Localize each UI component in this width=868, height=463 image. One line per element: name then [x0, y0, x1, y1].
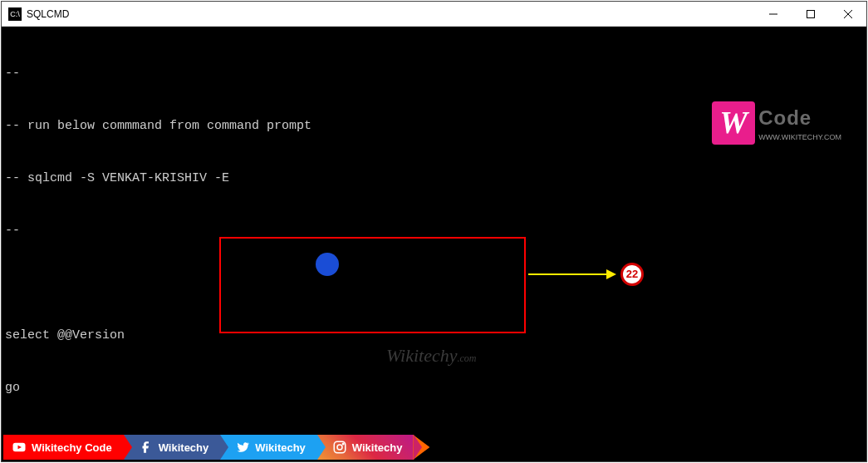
minimize-button[interactable] — [754, 2, 792, 26]
logo-text: Code WWW.WIKITECHY.COM — [758, 104, 841, 142]
titlebar-left: C:\ SQLCMD — [2, 7, 69, 21]
svg-rect-1 — [807, 10, 814, 17]
terminal-line: -- — [5, 65, 863, 82]
arrow-head-icon — [606, 269, 616, 279]
twitter-icon — [235, 440, 250, 455]
social-twitter[interactable]: Wikitechy — [220, 435, 317, 460]
badge-number: 22 — [626, 267, 638, 282]
close-button[interactable] — [829, 2, 866, 26]
watermark: Wikitechy.com — [359, 318, 477, 394]
logo-letter: W — [719, 101, 748, 145]
terminal-line — [5, 274, 863, 292]
social-tw-label: Wikitechy — [255, 441, 306, 454]
app-icon: C:\ — [8, 7, 22, 21]
social-instagram[interactable]: Wikitechy — [317, 435, 414, 460]
social-bar: Wikitechy Code Wikitechy Wikitechy Wikit… — [3, 435, 429, 460]
titlebar[interactable]: C:\ SQLCMD — [2, 2, 866, 27]
social-yt-label: Wikitechy Code — [32, 441, 112, 454]
instagram-icon — [332, 440, 347, 455]
watermark-main: Wikitechy — [386, 345, 458, 366]
logo-box: W — [712, 101, 755, 145]
terminal-line: -- sqlcmd -S VENKAT-KRISHIV -E — [5, 170, 863, 187]
social-youtube[interactable]: Wikitechy Code — [3, 435, 124, 460]
arrow-line-icon — [528, 273, 607, 275]
terminal-line: -- — [5, 222, 863, 239]
cursor-indicator-icon — [316, 253, 339, 276]
logo-code-text: Code — [758, 104, 841, 132]
social-ig-label: Wikitechy — [352, 441, 403, 454]
watermark-sub: .com — [458, 352, 477, 364]
app-window: C:\ SQLCMD -- -- run below commmand from… — [1, 1, 867, 462]
window-controls — [754, 2, 866, 26]
svg-point-7 — [337, 445, 342, 450]
social-facebook[interactable]: Wikitechy — [124, 435, 221, 460]
facebook-icon — [139, 440, 154, 455]
maximize-button[interactable] — [792, 2, 829, 26]
terminal-area[interactable]: -- -- run below commmand from command pr… — [2, 27, 866, 461]
window-title: SQLCMD — [27, 8, 69, 20]
logo-url-text: WWW.WIKITECHY.COM — [758, 132, 841, 143]
svg-point-8 — [342, 443, 344, 445]
annotation-badge: 22 — [620, 263, 644, 286]
social-fb-label: Wikitechy — [159, 441, 209, 454]
youtube-icon — [12, 440, 27, 455]
wikitechy-logo: W Code WWW.WIKITECHY.COM — [712, 101, 841, 145]
